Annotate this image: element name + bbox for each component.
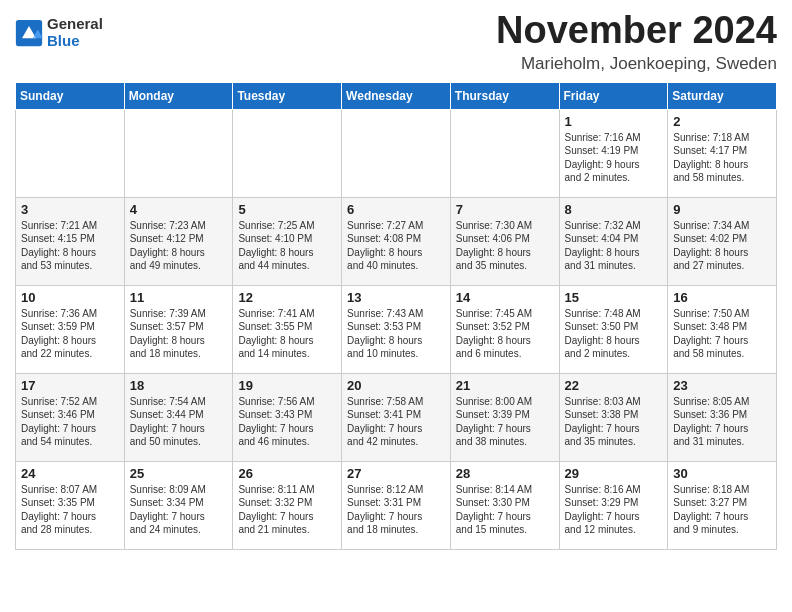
calendar-cell: 25Sunrise: 8:09 AM Sunset: 3:34 PM Dayli… — [124, 461, 233, 549]
day-number: 19 — [238, 378, 336, 393]
calendar-cell: 13Sunrise: 7:43 AM Sunset: 3:53 PM Dayli… — [342, 285, 451, 373]
day-info: Sunrise: 8:14 AM Sunset: 3:30 PM Dayligh… — [456, 483, 554, 537]
calendar-cell: 30Sunrise: 8:18 AM Sunset: 3:27 PM Dayli… — [668, 461, 777, 549]
day-number: 4 — [130, 202, 228, 217]
day-number: 3 — [21, 202, 119, 217]
day-info: Sunrise: 7:58 AM Sunset: 3:41 PM Dayligh… — [347, 395, 445, 449]
day-info: Sunrise: 7:48 AM Sunset: 3:50 PM Dayligh… — [565, 307, 663, 361]
column-header-monday: Monday — [124, 82, 233, 109]
day-number: 2 — [673, 114, 771, 129]
day-info: Sunrise: 7:18 AM Sunset: 4:17 PM Dayligh… — [673, 131, 771, 185]
day-number: 27 — [347, 466, 445, 481]
day-info: Sunrise: 8:16 AM Sunset: 3:29 PM Dayligh… — [565, 483, 663, 537]
calendar-week-3: 10Sunrise: 7:36 AM Sunset: 3:59 PM Dayli… — [16, 285, 777, 373]
calendar-cell: 5Sunrise: 7:25 AM Sunset: 4:10 PM Daylig… — [233, 197, 342, 285]
calendar-week-1: 1Sunrise: 7:16 AM Sunset: 4:19 PM Daylig… — [16, 109, 777, 197]
location-title: Marieholm, Joenkoeping, Sweden — [496, 54, 777, 74]
day-number: 16 — [673, 290, 771, 305]
day-number: 20 — [347, 378, 445, 393]
calendar-cell: 6Sunrise: 7:27 AM Sunset: 4:08 PM Daylig… — [342, 197, 451, 285]
calendar-cell: 28Sunrise: 8:14 AM Sunset: 3:30 PM Dayli… — [450, 461, 559, 549]
calendar-cell — [124, 109, 233, 197]
day-info: Sunrise: 7:50 AM Sunset: 3:48 PM Dayligh… — [673, 307, 771, 361]
day-info: Sunrise: 7:43 AM Sunset: 3:53 PM Dayligh… — [347, 307, 445, 361]
day-number: 25 — [130, 466, 228, 481]
logo-icon — [15, 19, 43, 47]
column-header-thursday: Thursday — [450, 82, 559, 109]
day-info: Sunrise: 8:05 AM Sunset: 3:36 PM Dayligh… — [673, 395, 771, 449]
calendar-cell — [342, 109, 451, 197]
calendar-cell: 29Sunrise: 8:16 AM Sunset: 3:29 PM Dayli… — [559, 461, 668, 549]
calendar-cell: 12Sunrise: 7:41 AM Sunset: 3:55 PM Dayli… — [233, 285, 342, 373]
day-info: Sunrise: 7:32 AM Sunset: 4:04 PM Dayligh… — [565, 219, 663, 273]
day-info: Sunrise: 8:00 AM Sunset: 3:39 PM Dayligh… — [456, 395, 554, 449]
calendar-cell: 21Sunrise: 8:00 AM Sunset: 3:39 PM Dayli… — [450, 373, 559, 461]
day-number: 29 — [565, 466, 663, 481]
header-row: SundayMondayTuesdayWednesdayThursdayFrid… — [16, 82, 777, 109]
day-info: Sunrise: 8:12 AM Sunset: 3:31 PM Dayligh… — [347, 483, 445, 537]
day-number: 12 — [238, 290, 336, 305]
calendar-header: SundayMondayTuesdayWednesdayThursdayFrid… — [16, 82, 777, 109]
day-number: 21 — [456, 378, 554, 393]
day-info: Sunrise: 7:30 AM Sunset: 4:06 PM Dayligh… — [456, 219, 554, 273]
calendar-cell — [16, 109, 125, 197]
day-number: 14 — [456, 290, 554, 305]
day-number: 10 — [21, 290, 119, 305]
day-number: 18 — [130, 378, 228, 393]
calendar-cell: 22Sunrise: 8:03 AM Sunset: 3:38 PM Dayli… — [559, 373, 668, 461]
day-number: 5 — [238, 202, 336, 217]
calendar-week-4: 17Sunrise: 7:52 AM Sunset: 3:46 PM Dayli… — [16, 373, 777, 461]
day-info: Sunrise: 7:39 AM Sunset: 3:57 PM Dayligh… — [130, 307, 228, 361]
day-number: 23 — [673, 378, 771, 393]
calendar-cell: 4Sunrise: 7:23 AM Sunset: 4:12 PM Daylig… — [124, 197, 233, 285]
calendar-cell: 2Sunrise: 7:18 AM Sunset: 4:17 PM Daylig… — [668, 109, 777, 197]
calendar-cell: 10Sunrise: 7:36 AM Sunset: 3:59 PM Dayli… — [16, 285, 125, 373]
calendar-cell: 26Sunrise: 8:11 AM Sunset: 3:32 PM Dayli… — [233, 461, 342, 549]
day-info: Sunrise: 7:52 AM Sunset: 3:46 PM Dayligh… — [21, 395, 119, 449]
day-info: Sunrise: 8:07 AM Sunset: 3:35 PM Dayligh… — [21, 483, 119, 537]
calendar-cell: 7Sunrise: 7:30 AM Sunset: 4:06 PM Daylig… — [450, 197, 559, 285]
day-number: 22 — [565, 378, 663, 393]
day-number: 9 — [673, 202, 771, 217]
column-header-sunday: Sunday — [16, 82, 125, 109]
day-number: 11 — [130, 290, 228, 305]
column-header-friday: Friday — [559, 82, 668, 109]
calendar-cell: 1Sunrise: 7:16 AM Sunset: 4:19 PM Daylig… — [559, 109, 668, 197]
logo-blue-text: Blue — [47, 33, 103, 50]
day-number: 28 — [456, 466, 554, 481]
day-number: 24 — [21, 466, 119, 481]
calendar-cell: 11Sunrise: 7:39 AM Sunset: 3:57 PM Dayli… — [124, 285, 233, 373]
logo-general-text: General — [47, 16, 103, 33]
day-info: Sunrise: 7:16 AM Sunset: 4:19 PM Dayligh… — [565, 131, 663, 185]
day-number: 1 — [565, 114, 663, 129]
day-info: Sunrise: 7:41 AM Sunset: 3:55 PM Dayligh… — [238, 307, 336, 361]
day-info: Sunrise: 7:45 AM Sunset: 3:52 PM Dayligh… — [456, 307, 554, 361]
day-number: 30 — [673, 466, 771, 481]
calendar-body: 1Sunrise: 7:16 AM Sunset: 4:19 PM Daylig… — [16, 109, 777, 549]
calendar-cell: 27Sunrise: 8:12 AM Sunset: 3:31 PM Dayli… — [342, 461, 451, 549]
day-number: 6 — [347, 202, 445, 217]
calendar-cell — [233, 109, 342, 197]
day-number: 15 — [565, 290, 663, 305]
day-info: Sunrise: 7:54 AM Sunset: 3:44 PM Dayligh… — [130, 395, 228, 449]
title-block: November 2024 Marieholm, Joenkoeping, Sw… — [496, 10, 777, 74]
day-info: Sunrise: 7:34 AM Sunset: 4:02 PM Dayligh… — [673, 219, 771, 273]
day-number: 7 — [456, 202, 554, 217]
day-info: Sunrise: 8:09 AM Sunset: 3:34 PM Dayligh… — [130, 483, 228, 537]
column-header-wednesday: Wednesday — [342, 82, 451, 109]
page-header: General Blue November 2024 Marieholm, Jo… — [15, 10, 777, 74]
day-info: Sunrise: 8:18 AM Sunset: 3:27 PM Dayligh… — [673, 483, 771, 537]
day-info: Sunrise: 7:25 AM Sunset: 4:10 PM Dayligh… — [238, 219, 336, 273]
calendar-week-2: 3Sunrise: 7:21 AM Sunset: 4:15 PM Daylig… — [16, 197, 777, 285]
day-info: Sunrise: 7:56 AM Sunset: 3:43 PM Dayligh… — [238, 395, 336, 449]
calendar-cell: 19Sunrise: 7:56 AM Sunset: 3:43 PM Dayli… — [233, 373, 342, 461]
logo: General Blue — [15, 16, 103, 49]
calendar-cell: 20Sunrise: 7:58 AM Sunset: 3:41 PM Dayli… — [342, 373, 451, 461]
day-number: 26 — [238, 466, 336, 481]
day-number: 8 — [565, 202, 663, 217]
calendar-cell: 23Sunrise: 8:05 AM Sunset: 3:36 PM Dayli… — [668, 373, 777, 461]
calendar-table: SundayMondayTuesdayWednesdayThursdayFrid… — [15, 82, 777, 550]
day-info: Sunrise: 7:36 AM Sunset: 3:59 PM Dayligh… — [21, 307, 119, 361]
calendar-cell: 14Sunrise: 7:45 AM Sunset: 3:52 PM Dayli… — [450, 285, 559, 373]
day-info: Sunrise: 8:03 AM Sunset: 3:38 PM Dayligh… — [565, 395, 663, 449]
